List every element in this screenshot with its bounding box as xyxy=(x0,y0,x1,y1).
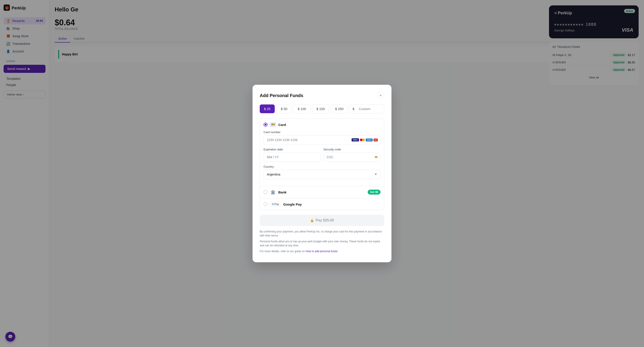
gpay-method-header: G Pay Google Pay xyxy=(264,202,380,206)
card-radio-button[interactable] xyxy=(264,123,268,127)
footer-text-3: For more details, refer to our guide on … xyxy=(260,249,384,253)
lock-icon: 🔒 xyxy=(310,219,314,222)
dollar-sign: $ xyxy=(350,105,357,113)
footer-guide-link[interactable]: How to add personal funds xyxy=(306,250,338,253)
bank-icon: 🏛️ xyxy=(270,190,276,194)
footer-text-1: By confirming your payment, you allow Pe… xyxy=(260,229,384,238)
g-letter: G xyxy=(272,203,274,206)
cvc-label: Security code xyxy=(323,148,380,151)
expiry-label: Expiration date xyxy=(264,148,321,151)
cvc-group: Security code 💳 xyxy=(323,148,380,162)
modal-overlay[interactable]: Add Personal Funds × $ 25 $ 50 $ 100 $ 1… xyxy=(0,0,644,347)
card-number-label: Card number xyxy=(264,130,380,134)
card-method-label: Card xyxy=(278,123,380,127)
expiry-group: Expiration date xyxy=(264,148,321,162)
cvc-input[interactable] xyxy=(323,152,380,162)
expiry-cvc-row: Expiration date Security code 💳 xyxy=(264,148,380,165)
visa-icon: VISA xyxy=(352,138,359,141)
pay-button[interactable]: 🔒 Pay $25.00 xyxy=(260,215,384,226)
payment-methods-section: 💳 Card Card number VISA xyxy=(260,119,384,210)
amount-selector: $ 25 $ 50 $ 100 $ 150 $ 250 $ xyxy=(260,105,384,113)
card-method-header: 💳 Card xyxy=(264,122,380,127)
cvc-wrap: 💳 xyxy=(323,152,380,162)
cvc-card-icon: 💳 xyxy=(375,156,378,159)
gpay-radio-button[interactable] xyxy=(264,202,268,206)
get5-badge: Get $5 xyxy=(368,190,380,195)
footer-text-2: Personal funds allow you to top up your … xyxy=(260,239,384,247)
amount-50-button[interactable]: $ 50 xyxy=(276,105,292,113)
payment-method-card: 💳 Card Card number VISA xyxy=(260,119,384,186)
card-form: Card number VISA AMEX UP xyxy=(264,130,380,179)
amount-250-button[interactable]: $ 250 xyxy=(331,105,348,113)
amount-150-button[interactable]: $ 150 xyxy=(312,105,329,113)
bank-method-label: Bank xyxy=(278,190,366,194)
card-icon-symbol: 💳 xyxy=(271,123,275,126)
pay-text: Pay xyxy=(274,203,279,206)
mc-right-circle xyxy=(362,139,365,141)
expiry-input[interactable] xyxy=(264,152,321,162)
bank-method-header: 🏛️ Bank Get $5 xyxy=(264,190,380,195)
payment-method-bank: 🏛️ Bank Get $5 xyxy=(260,186,384,198)
payment-method-googlepay: G Pay Google Pay xyxy=(260,198,384,210)
country-select[interactable]: Argentina United States Brazil xyxy=(264,170,380,179)
mastercard-icon xyxy=(360,138,365,141)
modal-title: Add Personal Funds xyxy=(260,93,303,98)
card-number-wrap: VISA AMEX UP xyxy=(264,135,380,145)
modal-footer: By confirming your payment, you allow Pe… xyxy=(260,229,384,253)
bank-radio-button[interactable] xyxy=(264,190,268,194)
amount-25-button[interactable]: $ 25 xyxy=(260,105,275,113)
custom-amount-input[interactable] xyxy=(357,105,384,113)
pay-button-label: Pay $25.00 xyxy=(316,218,334,222)
add-funds-modal: Add Personal Funds × $ 25 $ 50 $ 100 $ 1… xyxy=(252,85,392,262)
country-label: Country xyxy=(264,165,380,168)
modal-header: Add Personal Funds × xyxy=(260,92,384,99)
gpay-method-label: Google Pay xyxy=(283,202,380,206)
country-group: Country Argentina United States Brazil xyxy=(264,165,380,179)
card-icon: 💳 xyxy=(270,122,276,127)
amex-icon: AMEX xyxy=(366,139,373,141)
modal-close-button[interactable]: × xyxy=(377,92,384,99)
amount-100-button[interactable]: $ 100 xyxy=(293,105,310,113)
card-number-group: Card number VISA AMEX UP xyxy=(264,130,380,145)
gpay-icon: G Pay xyxy=(270,202,281,206)
unionpay-icon: UP xyxy=(374,139,378,141)
custom-amount-wrap: $ xyxy=(350,105,384,113)
card-brand-icons: VISA AMEX UP xyxy=(352,138,378,141)
